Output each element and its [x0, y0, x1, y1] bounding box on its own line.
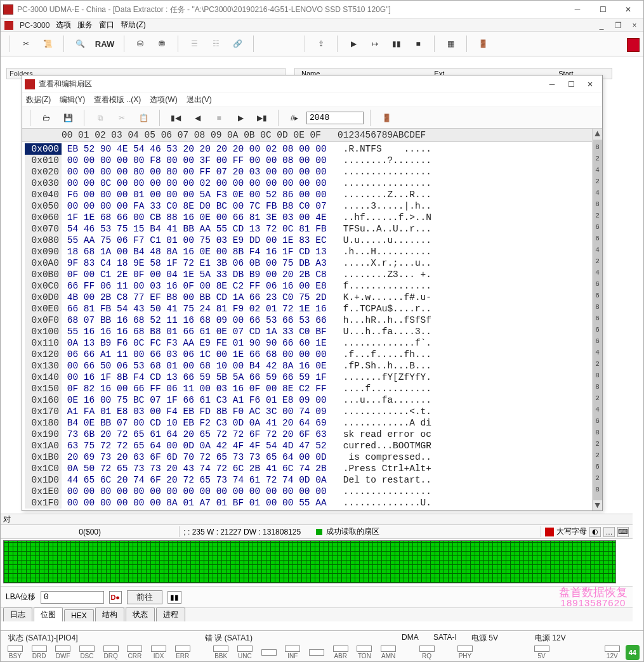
tab-log[interactable]: 日志 — [3, 607, 32, 621]
stop2-icon[interactable]: ■ — [209, 109, 228, 127]
step-icon[interactable]: ↦ — [365, 35, 384, 53]
tab-bitmap[interactable]: 位图 — [34, 607, 63, 621]
hex-ascii[interactable]: .h...H.......... — [343, 247, 431, 257]
hex-bytes[interactable]: 00 00 0C 00 00 00 00 00 02 00 00 00 00 0… — [62, 178, 343, 188]
mdi-menu-options[interactable]: 选项 — [56, 20, 71, 30]
tools-icon[interactable]: ✂ — [16, 35, 36, 53]
sector-map[interactable] — [3, 540, 616, 583]
hex-row[interactable]: 0x090 18 68 1A 00 B4 48 8A 16 0E 00 8B F… — [25, 246, 602, 257]
hex-row[interactable]: 0x1E0 00 00 00 00 00 00 00 00 00 00 00 0… — [25, 486, 602, 497]
hex-ascii[interactable]: ........Z3... +. — [343, 269, 431, 280]
tree-collapse-icon[interactable]: ☷ — [206, 35, 225, 53]
hex-ascii[interactable]: .....X.r.;...u.. — [343, 258, 431, 268]
tab-process[interactable]: 进程 — [156, 607, 185, 621]
hex-bytes[interactable]: 66 81 FB 54 43 50 41 75 24 81 F9 02 01 7… — [62, 304, 343, 314]
close-button[interactable]: ✕ — [615, 2, 641, 17]
mdi-minimize-icon[interactable]: _ — [596, 21, 607, 30]
hex-ascii[interactable]: U...h..fa....3.. — [343, 327, 431, 337]
hex-bytes[interactable]: 00 00 00 00 FA 33 C0 8E D0 BC 00 7C FB B… — [62, 201, 343, 211]
link-icon[interactable]: 🔗 — [228, 35, 247, 53]
hex-ascii[interactable]: sk read error oc — [343, 429, 431, 439]
hex-ascii[interactable]: ........Z...R... — [343, 190, 431, 200]
hex-row[interactable]: 0x020 00 00 00 00 80 00 80 00 FF 07 20 0… — [25, 166, 602, 178]
hex-ascii[interactable]: ........?....... — [343, 155, 431, 166]
hex-ascii[interactable]: .f...f.....fh... — [343, 349, 431, 360]
hex-ascii[interactable]: .Press Ctrl+Alt+ — [343, 464, 431, 474]
hex-bytes[interactable]: 9F 83 C4 18 9E 58 1F 72 E1 3B 06 0B 00 7… — [62, 258, 343, 268]
hex-bytes[interactable]: 54 46 53 75 15 B4 41 BB AA 55 CD 13 72 0… — [62, 224, 343, 234]
hex-row[interactable]: 0x1C0 0A 50 72 65 73 73 20 43 74 72 6C 2… — [25, 463, 602, 474]
hex-ascii[interactable]: ................ — [343, 178, 431, 188]
hex-row[interactable]: 0x030 00 00 0C 00 00 00 00 00 02 00 00 0… — [25, 178, 602, 189]
hex-ascii[interactable]: U.u.....u....... — [343, 235, 431, 245]
hex-row[interactable]: 0x0A0 9F 83 C4 18 9E 58 1F 72 E1 3B 06 0… — [25, 257, 602, 269]
hex-bytes[interactable]: 0A 50 72 65 73 73 20 43 74 72 6C 2B 41 6… — [62, 464, 343, 474]
mdi-menu-window[interactable]: 窗口 — [99, 20, 114, 30]
hw-badge[interactable]: 44 — [626, 645, 640, 660]
hex-bytes[interactable]: 68 07 BB 16 68 52 11 16 68 09 00 66 53 6… — [62, 315, 343, 325]
hex-row[interactable]: 0x180 B4 0E BB 07 00 CD 10 EB F2 C3 0D 0… — [25, 417, 602, 429]
disk-sector-icon[interactable]: ⛁ — [131, 35, 150, 53]
hex-bytes[interactable]: 00 66 50 06 53 68 01 00 68 10 00 B4 42 8… — [62, 361, 343, 371]
tab-status[interactable]: 状态 — [126, 607, 155, 621]
hex-row[interactable]: 0x120 06 66 A1 11 00 66 03 06 1C 00 1E 6… — [25, 349, 602, 360]
sector-menu-edit[interactable]: 编辑(Y) — [60, 94, 85, 105]
paste-icon[interactable]: 📋 — [134, 109, 153, 127]
mdi-menu-help[interactable]: 帮助(Z) — [121, 20, 145, 30]
hex-row[interactable]: 0x130 00 66 50 06 53 68 01 00 68 10 00 B… — [25, 360, 602, 372]
hex-row[interactable]: 0x1F0 00 00 00 00 00 00 8A 01 A7 01 BF 0… — [25, 497, 602, 509]
hex-ascii[interactable]: .fP.Sh..h...B... — [343, 361, 431, 371]
hex-bytes[interactable]: 4B 00 2B C8 77 EF B8 00 BB CD 1A 66 23 C… — [62, 292, 343, 302]
sector-menu-template[interactable]: 查看模版 ..(X) — [94, 94, 141, 105]
hex-ascii[interactable]: .............f`. — [343, 338, 431, 348]
hex-rows[interactable]: 0x000 EB 52 90 4E 54 46 53 20 20 20 20 0… — [22, 142, 602, 510]
hex-row[interactable]: 0x190 73 6B 20 72 65 61 64 20 65 72 72 6… — [25, 429, 602, 440]
hex-row[interactable]: 0x040 F6 00 00 00 01 00 00 00 5A F3 0E 0… — [25, 189, 602, 200]
ellipsis-toggle[interactable]: … — [603, 527, 615, 537]
hex-row[interactable]: 0x0C0 66 FF 06 11 00 03 16 0F 00 8E C2 F… — [25, 280, 602, 292]
hex-bytes[interactable]: B4 0E BB 07 00 CD 10 EB F2 C3 0D 0A 41 2… — [62, 418, 343, 428]
lba-go-button[interactable]: 前往 — [127, 590, 162, 604]
hex-ascii[interactable]: .......fY[ZfYfY. — [343, 372, 431, 382]
sector-exit-icon[interactable]: 🚪 — [377, 109, 396, 127]
hex-row[interactable]: 0x000 EB 52 90 4E 54 46 53 20 20 20 20 0… — [25, 143, 602, 155]
last-icon[interactable]: ▶▮ — [253, 109, 272, 127]
mdi-menu-service[interactable]: 服务 — [77, 20, 93, 30]
hex-bytes[interactable]: 20 69 73 20 63 6F 6D 70 72 65 73 73 65 6… — [62, 452, 343, 462]
hex-row[interactable]: 0x070 54 46 53 75 15 B4 41 BB AA 55 CD 1… — [25, 223, 602, 235]
hex-row[interactable]: 0x0E0 66 81 FB 54 43 50 41 75 24 81 F9 0… — [25, 303, 602, 315]
tab-struct[interactable]: 结构 — [95, 607, 124, 621]
hex-ascii[interactable]: ................ — [343, 486, 431, 496]
hex-row[interactable]: 0x1D0 44 65 6C 20 74 6F 20 72 65 73 74 6… — [25, 474, 602, 486]
disk-open-icon[interactable]: ⛃ — [152, 35, 171, 53]
hex-ascii[interactable]: f..TCPAu$....r.. — [343, 304, 431, 314]
hex-row[interactable]: 0x0B0 0F 00 C1 2E 0F 00 04 1E 5A 33 DB B… — [25, 269, 602, 280]
sector-number-input[interactable] — [306, 112, 364, 124]
cut-icon[interactable]: ✂ — [112, 109, 131, 127]
hex-ascii[interactable]: ..hf......f.>..N — [343, 212, 431, 223]
hex-bytes[interactable]: 0E 16 00 75 BC 07 1F 66 61 C3 A1 F6 01 E… — [62, 395, 343, 405]
hex-row[interactable]: 0x110 0A 13 B9 F6 0C FC F3 AA E9 FE 01 9… — [25, 337, 602, 349]
hex-bytes[interactable]: 55 AA 75 06 F7 C1 01 00 75 03 E9 DD 00 1… — [62, 235, 343, 245]
mdi-restore-icon[interactable]: ❐ — [613, 21, 623, 30]
hex-bytes[interactable]: 00 00 00 00 00 00 00 00 00 00 00 00 00 0… — [62, 486, 343, 496]
hex-row[interactable]: 0x0F0 68 07 BB 16 68 52 11 16 68 09 00 6… — [25, 315, 602, 326]
hex-ascii[interactable]: TFSu..A..U..r... — [343, 224, 431, 234]
hex-bytes[interactable]: 63 75 72 72 65 64 00 0D 0A 42 4F 4F 54 4… — [62, 441, 343, 451]
hex-bytes[interactable]: EB 52 90 4E 54 46 53 20 20 20 20 00 02 0… — [62, 144, 343, 154]
mdi-close-icon[interactable]: × — [629, 21, 640, 30]
raw-button[interactable]: RAW — [92, 35, 117, 53]
save-icon[interactable]: 💾 — [58, 109, 77, 127]
hex-ascii[interactable]: .R.NTFS ..... — [343, 144, 431, 154]
scroll-down-icon[interactable]: ▼ — [593, 500, 602, 510]
hex-bytes[interactable]: 18 68 1A 00 B4 48 8A 16 0E 00 8B F4 16 1… — [62, 247, 343, 257]
hex-bytes[interactable]: A1 FA 01 E8 03 00 F4 EB FD 8B F0 AC 3C 0… — [62, 406, 343, 417]
hex-bytes[interactable]: 00 00 00 00 00 00 8A 01 A7 01 BF 01 00 0… — [62, 498, 343, 508]
hex-ascii[interactable]: Del to restart.. — [343, 475, 431, 485]
minimize-button[interactable]: ─ — [565, 2, 590, 17]
stop-icon[interactable]: ■ — [409, 35, 428, 53]
pause-icon[interactable]: ▮▮ — [387, 35, 406, 53]
hex-row[interactable]: 0x080 55 AA 75 06 F7 C1 01 00 75 03 E9 D… — [25, 235, 602, 246]
hex-row[interactable]: 0x160 0E 16 00 75 BC 07 1F 66 61 C3 A1 F… — [25, 394, 602, 406]
hex-ascii[interactable]: ............A di — [343, 418, 431, 428]
